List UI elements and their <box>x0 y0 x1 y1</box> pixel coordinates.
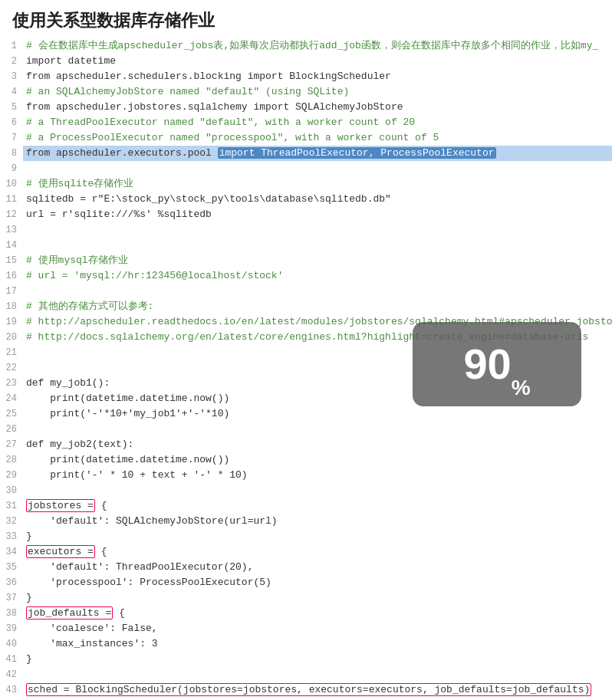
code-line-32: 32 'default': SQLAlchemyJobStore(url=url… <box>0 514 612 529</box>
code-line-29: 29 print('-' * 10 + text + '-' * 10) <box>0 468 612 483</box>
code-line-12: 12 url = r'sqlite:///%s' %sqlitedb <box>0 207 612 222</box>
percent-sign: % <box>512 376 531 400</box>
code-line-11: 11 sqlitedb = r"E:\stock_py\stock_py\too… <box>0 192 612 207</box>
code-line-25: 25 print('-'*10+'my_job1'+'-'*10) <box>0 406 612 422</box>
code-line-3: 3 from apscheduler.schedulers.blocking i… <box>0 69 612 84</box>
code-line-40: 40 'max_instances': 3 <box>0 636 612 652</box>
code-line-26: 26 <box>0 422 612 437</box>
code-line-35: 35 'default': ThreadPoolExecutor(20), <box>0 560 612 575</box>
code-line-43: 43 sched = BlockingScheduler(jobstores=j… <box>0 682 612 698</box>
code-line-37: 37 } <box>0 590 612 606</box>
code-line-15: 15 # 使用mysql存储作业 <box>0 253 612 268</box>
code-line-8: 8 from apscheduler.executors.pool import… <box>0 146 612 161</box>
code-line-2: 2 import datetime <box>0 54 612 69</box>
code-line-5: 5 from apscheduler.jobstores.sqlalchemy … <box>0 100 612 115</box>
code-line-34: 34 executors = { <box>0 544 612 560</box>
code-line-28: 28 print(datetime.datetime.now()) <box>0 452 612 468</box>
code-line-42: 42 <box>0 667 612 682</box>
code-line-41: 41 } <box>0 652 612 667</box>
code-line-10: 10 # 使用sqlite存储作业 <box>0 176 612 192</box>
code-line-6: 6 # a ThreadPoolExecutor named "default"… <box>0 115 612 130</box>
code-line-4: 4 # an SQLAlchemyJobStore named "default… <box>0 84 612 100</box>
code-line-36: 36 'processpool': ProcessPoolExecutor(5) <box>0 575 612 590</box>
code-line-33: 33 } <box>0 529 612 544</box>
percent-badge: 90 % <box>413 322 581 406</box>
code-line-27: 27 def my_job2(text): <box>0 437 612 452</box>
code-line-38: 38 job_defaults = { <box>0 606 612 621</box>
code-line-13: 13 <box>0 222 612 238</box>
code-line-31: 31 jobstores = { <box>0 498 612 514</box>
code-line-39: 39 'coalesce': False, <box>0 621 612 636</box>
code-line-17: 17 <box>0 284 612 299</box>
code-line-9: 9 <box>0 161 612 176</box>
code-line-7: 7 # a ProcessPoolExecutor named "process… <box>0 130 612 146</box>
code-line-14: 14 <box>0 238 612 253</box>
page-title: 使用关系型数据库存储作业 <box>0 0 612 38</box>
code-area: 1 # 会在数据库中生成apscheduler_jobs表,如果每次启动都执行a… <box>0 38 612 700</box>
code-line-16: 16 # url = 'mysql://hr:123456@localhost/… <box>0 268 612 284</box>
code-line-30: 30 <box>0 483 612 498</box>
code-line-18: 18 # 其他的存储方式可以参考: <box>0 299 612 314</box>
percent-value: 90 <box>463 343 511 386</box>
code-line-1: 1 # 会在数据库中生成apscheduler_jobs表,如果每次启动都执行a… <box>0 38 612 54</box>
